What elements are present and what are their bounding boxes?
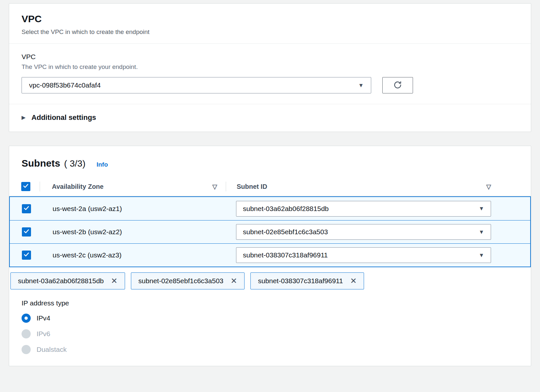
vpc-card-header: VPC Select the VPC in which to create th… [9, 4, 531, 43]
subnet-token: subnet-038307c318af96911 ✕ [250, 272, 364, 289]
vpc-field-label: VPC [22, 53, 518, 61]
availability-zone-cell: us-west-2b (usw2-az2) [40, 228, 226, 236]
radio-option-dualstack: Dualstack [22, 345, 518, 354]
refresh-button[interactable] [382, 77, 413, 93]
vpc-select-value: vpc-098f53b674c0afaf4 [29, 81, 101, 89]
vpc-field-description: The VPC in which to create your endpoint… [22, 63, 518, 71]
subnets-table-body: us-west-2a (usw2-az1) subnet-03a62ab06f2… [9, 196, 531, 267]
close-icon[interactable]: ✕ [350, 277, 357, 285]
subnets-card-header: Subnets ( 3/3) Info [9, 146, 531, 177]
subnet-id-cell: subnet-02e85ebf1c6c3a503 ▼ [226, 224, 530, 240]
radio-button-selected[interactable] [22, 314, 31, 323]
availability-zone-header-label: Availability Zone [52, 183, 103, 190]
radio-button-disabled [22, 329, 31, 338]
subnet-token-label: subnet-038307c318af96911 [258, 277, 343, 285]
subnet-token-label: subnet-02e85ebf1c6c3a503 [138, 277, 223, 285]
subnet-token: subnet-02e85ebf1c6c3a503 ✕ [131, 272, 245, 289]
vpc-select[interactable]: vpc-098f53b674c0afaf4 ▼ [22, 77, 371, 93]
table-row: us-west-2c (usw2-az3) subnet-038307c318a… [10, 243, 530, 267]
row-checkbox-cell [10, 227, 40, 237]
check-icon [23, 205, 30, 213]
caret-down-icon: ▼ [479, 253, 484, 258]
additional-settings-expander[interactable]: ▶ Additional settings [9, 104, 531, 132]
subnet-token-label: subnet-03a62ab06f28815db [18, 277, 104, 285]
sort-icon[interactable]: ▽ [212, 184, 217, 190]
vpc-card-title: VPC [22, 13, 518, 24]
check-icon [23, 251, 30, 259]
availability-zone-header-cell: Availability Zone ▽ [40, 183, 226, 190]
triangle-right-icon: ▶ [22, 115, 25, 120]
subnet-select[interactable]: subnet-03a62ab06f28815db ▼ [236, 201, 491, 217]
ip-address-type-section: IP address type IPv4 IPv6 Dualstack [9, 289, 531, 366]
refresh-icon [393, 80, 402, 90]
subnet-select-value: subnet-038307c318af96911 [243, 251, 328, 259]
availability-zone-cell: us-west-2a (usw2-az1) [40, 205, 226, 213]
sort-icon[interactable]: ▽ [486, 184, 491, 190]
row-checkbox-cell [10, 251, 40, 260]
vpc-select-row: vpc-098f53b674c0afaf4 ▼ [22, 77, 518, 93]
subnets-card: Subnets ( 3/3) Info Availability Zone ▽ … [9, 146, 531, 366]
radio-button-disabled [22, 345, 31, 354]
select-all-cell [9, 182, 40, 191]
vpc-card: VPC Select the VPC in which to create th… [9, 3, 531, 132]
availability-zone-cell: us-west-2c (usw2-az3) [40, 251, 226, 259]
info-link[interactable]: Info [97, 161, 108, 168]
subnets-count: ( 3/3) [64, 158, 85, 169]
row-checkbox[interactable] [22, 251, 31, 260]
row-checkbox[interactable] [22, 227, 31, 237]
table-row: us-west-2b (usw2-az2) subnet-02e85ebf1c6… [10, 220, 530, 243]
row-checkbox[interactable] [22, 204, 31, 213]
caret-down-icon: ▼ [479, 229, 484, 235]
subnet-select-value: subnet-03a62ab06f28815db [243, 205, 329, 213]
row-checkbox-cell [10, 204, 40, 213]
table-row: us-west-2a (usw2-az1) subnet-03a62ab06f2… [10, 197, 530, 220]
radio-label: IPv6 [37, 330, 50, 338]
vpc-card-body: VPC The VPC in which to create your endp… [9, 44, 531, 104]
subnets-table-header: Availability Zone ▽ Subnet ID ▽ [9, 177, 531, 196]
selected-subnet-tokens: subnet-03a62ab06f28815db ✕ subnet-02e85e… [9, 267, 531, 289]
vpc-card-description: Select the VPC in which to create the en… [22, 28, 518, 36]
close-icon[interactable]: ✕ [111, 277, 118, 285]
radio-option-ipv4[interactable]: IPv4 [22, 314, 518, 323]
subnet-id-header-label: Subnet ID [237, 183, 267, 190]
caret-down-icon: ▼ [479, 206, 484, 211]
subnet-id-cell: subnet-038307c318af96911 ▼ [226, 247, 530, 263]
subnet-select[interactable]: subnet-038307c318af96911 ▼ [236, 247, 491, 263]
subnet-select-value: subnet-02e85ebf1c6c3a503 [243, 228, 328, 236]
close-icon[interactable]: ✕ [230, 277, 237, 285]
ip-address-type-label: IP address type [22, 299, 518, 307]
radio-option-ipv6: IPv6 [22, 329, 518, 338]
check-icon [23, 228, 30, 236]
subnet-id-cell: subnet-03a62ab06f28815db ▼ [226, 201, 530, 217]
subnets-title: Subnets [22, 158, 60, 169]
check-icon [23, 183, 29, 191]
additional-settings-label: Additional settings [31, 113, 96, 122]
radio-label: IPv4 [37, 314, 50, 322]
caret-down-icon: ▼ [358, 83, 364, 88]
radio-label: Dualstack [37, 346, 67, 353]
subnet-token: subnet-03a62ab06f28815db ✕ [10, 272, 125, 289]
select-all-checkbox[interactable] [21, 182, 30, 191]
subnet-select[interactable]: subnet-02e85ebf1c6c3a503 ▼ [236, 224, 491, 240]
subnet-id-header-cell: Subnet ID ▽ [226, 183, 531, 190]
